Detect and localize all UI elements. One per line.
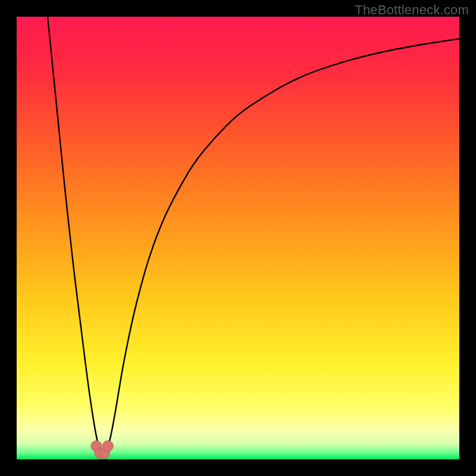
watermark-text: TheBottleneck.com: [355, 2, 469, 18]
heat-gradient-background: [17, 17, 459, 459]
bottleneck-chart: [17, 17, 459, 459]
outer-frame: TheBottleneck.com: [0, 0, 476, 476]
minimum-marker: [102, 441, 113, 452]
plot-area: [17, 17, 459, 459]
